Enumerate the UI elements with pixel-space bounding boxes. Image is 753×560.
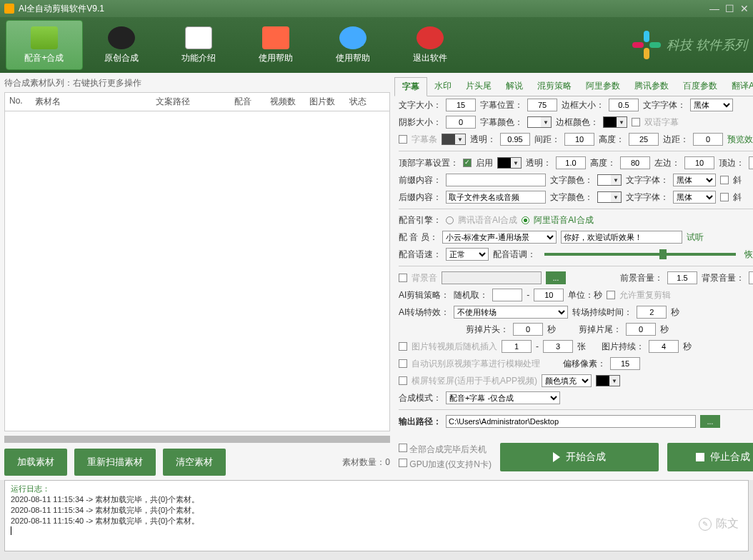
slack-icon [631, 29, 662, 61]
suffix-color-picker[interactable]: ▼ [597, 191, 622, 203]
toolbar-label: 原创合成 [104, 52, 139, 64]
stop-compose-button[interactable]: 停止合成 [667, 443, 753, 471]
prefix-font-select[interactable]: 黑体 [673, 174, 716, 186]
tab-watermark[interactable]: 水印 [427, 77, 459, 96]
tab-translate-api[interactable]: 翻译API [724, 77, 753, 96]
fg-volume-input[interactable] [667, 271, 697, 284]
subtitle-pos-input[interactable] [527, 99, 557, 111]
top-left-input[interactable] [684, 156, 714, 169]
queue-list[interactable] [4, 111, 390, 431]
subtitle-bar-checkbox[interactable] [399, 135, 407, 144]
engine-tencent-radio[interactable] [446, 216, 454, 224]
top-opacity-input[interactable] [556, 156, 586, 169]
top-color-picker[interactable]: ▼ [497, 157, 522, 169]
preview-link[interactable]: 预览效果 [727, 134, 753, 146]
clear-material-button[interactable]: 清空素材 [163, 449, 226, 476]
img-from-input[interactable] [502, 340, 532, 353]
opacity-input[interactable] [500, 133, 530, 146]
shutdown-checkbox[interactable] [399, 444, 407, 452]
transition-select[interactable]: 不使用转场 [454, 306, 568, 319]
font-select[interactable]: 黑体 [690, 99, 733, 111]
sample-text-input[interactable] [561, 231, 682, 244]
wechat-icon: ✎ [699, 518, 712, 531]
font-size-input[interactable] [446, 99, 476, 111]
border-size-input[interactable] [609, 99, 639, 111]
watermark: ✎ 陈文 [699, 516, 739, 531]
log-output: 运行日志： 2020-08-11 11:15:34 -> 素材加载完毕，共{0}… [4, 480, 749, 551]
prefix-italic-checkbox[interactable] [720, 176, 729, 184]
bgm-checkbox[interactable] [399, 274, 407, 282]
toolbar-help2[interactable]: 使用帮助 [314, 20, 392, 70]
fill-color-picker[interactable]: ▼ [596, 375, 620, 386]
toolbar-label: 使用帮助 [259, 52, 293, 64]
toolbar-voice-compose[interactable]: 配音+合成 [6, 20, 83, 70]
rand-from-input[interactable] [492, 289, 522, 301]
suffix-font-select[interactable]: 黑体 [673, 191, 716, 204]
start-compose-button[interactable]: 开始合成 [500, 443, 659, 471]
tab-ali-params[interactable]: 阿里参数 [579, 77, 627, 96]
compose-mode-select[interactable]: 配音+字幕 -仅合成 [446, 391, 560, 404]
gpu-checkbox[interactable] [399, 459, 407, 467]
bar-color-picker[interactable]: ▼ [442, 134, 466, 145]
close-icon[interactable]: ✕ [740, 3, 749, 14]
output-path-input[interactable] [446, 415, 696, 428]
maximize-icon[interactable]: ☐ [725, 3, 734, 14]
suffix-input[interactable] [446, 191, 546, 204]
portrait-checkbox[interactable] [399, 376, 407, 385]
try-listen-link[interactable]: 试听 [687, 231, 704, 244]
rand-to-input[interactable] [534, 289, 564, 301]
toolbar-label: 配音+合成 [24, 52, 64, 64]
height-input[interactable] [629, 133, 659, 146]
svg-rect-0 [644, 31, 649, 42]
minimize-icon[interactable]: — [709, 3, 719, 14]
voicer-select[interactable]: 小云-标准女声-通用场景 [442, 231, 557, 244]
bgm-browse-button[interactable]: ... [546, 271, 566, 284]
play-icon [553, 452, 560, 462]
top-enable-checkbox[interactable] [463, 159, 472, 167]
speed-select[interactable]: 正常 [446, 248, 489, 261]
tab-headtail[interactable]: 片头尾 [459, 77, 499, 96]
transition-duration-input[interactable] [637, 306, 667, 319]
img2vid-checkbox[interactable] [399, 342, 407, 351]
fill-mode-select[interactable]: 颜色填充 [542, 374, 592, 387]
subtitle-color-picker[interactable]: ▼ [527, 116, 552, 128]
prefix-input[interactable] [446, 174, 546, 186]
reset-default-link[interactable]: 恢复默认 [744, 249, 753, 261]
cut-tail-input[interactable] [626, 323, 656, 336]
pitch-slider[interactable] [544, 253, 736, 256]
load-material-button[interactable]: 加载素材 [4, 449, 67, 476]
tab-narration[interactable]: 解说 [499, 77, 530, 96]
bgm-path-input[interactable] [442, 271, 542, 284]
output-browse-button[interactable]: ... [700, 415, 720, 428]
tab-subtitle[interactable]: 字幕 [394, 77, 427, 96]
rescan-material-button[interactable]: 重新扫描素材 [74, 449, 156, 476]
tab-tencent-params[interactable]: 腾讯参数 [627, 77, 676, 96]
toolbar-features[interactable]: 功能介绍 [160, 20, 237, 70]
toolbar-help[interactable]: 使用帮助 [237, 20, 314, 70]
svg-rect-2 [644, 48, 649, 59]
border-color-picker[interactable]: ▼ [603, 116, 627, 128]
img-to-input[interactable] [543, 340, 573, 353]
toolbar-exit[interactable]: 退出软件 [392, 20, 469, 70]
cut-head-input[interactable] [513, 323, 543, 336]
allow-dup-checkbox[interactable] [607, 291, 615, 299]
suffix-italic-checkbox[interactable] [720, 193, 729, 201]
engine-ali-radio[interactable] [522, 216, 529, 224]
auto-blur-checkbox[interactable] [399, 359, 407, 368]
offset-input[interactable] [610, 357, 640, 370]
img-duration-input[interactable] [649, 340, 679, 353]
shadow-size-input[interactable] [446, 116, 476, 129]
app-icon [4, 4, 14, 14]
tab-mix-strategy[interactable]: 混剪策略 [530, 77, 579, 96]
top-height-input[interactable] [620, 156, 650, 169]
dual-subtitle-checkbox[interactable] [632, 118, 640, 126]
top-margin-input[interactable] [749, 156, 753, 169]
toolbar-original-compose[interactable]: 原创合成 [83, 20, 160, 70]
bg-volume-input[interactable] [749, 271, 753, 284]
tab-baidu-params[interactable]: 百度参数 [676, 77, 724, 96]
prefix-color-picker[interactable]: ▼ [597, 174, 622, 186]
stop-icon [696, 453, 704, 461]
margin-input[interactable] [693, 133, 723, 146]
main-toolbar: 配音+合成 原创合成 功能介绍 使用帮助 使用帮助 退出软件 科技 软件系列 [0, 17, 753, 73]
spacing-input[interactable] [564, 133, 594, 146]
